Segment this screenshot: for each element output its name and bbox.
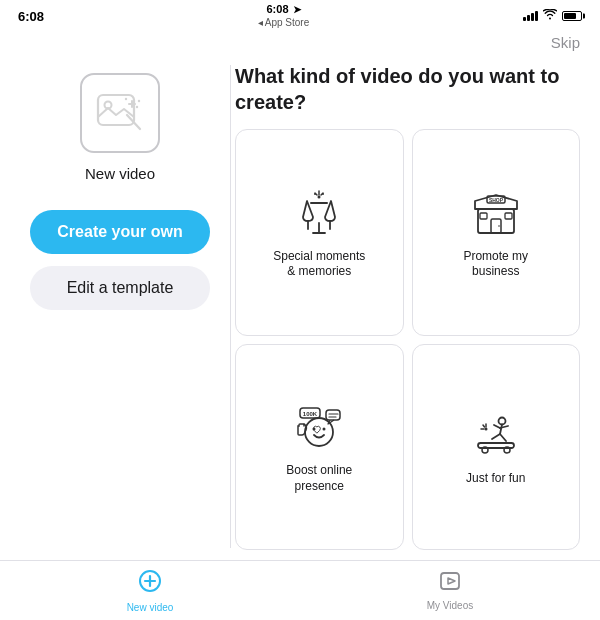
battery-icon — [562, 11, 582, 21]
my-videos-tab-icon — [439, 570, 461, 597]
tab-new-video[interactable]: New video — [0, 561, 300, 620]
svg-point-23 — [498, 225, 500, 227]
back-arrow-icon: ◂ — [258, 17, 263, 29]
wifi-icon — [543, 9, 557, 23]
svg-line-39 — [500, 424, 502, 434]
category-promote-business[interactable]: SHOP Promote mybusiness — [412, 129, 581, 336]
svg-line-42 — [492, 434, 500, 439]
category-grid: Special moments& memories SHOP — [235, 129, 580, 550]
tab-bar: New video My Videos — [0, 560, 600, 620]
skip-row: Skip — [0, 28, 600, 53]
boost-presence-icon: 100K — [291, 399, 347, 455]
location-arrow-icon: ➤ — [293, 4, 301, 16]
just-for-fun-label: Just for fun — [466, 471, 525, 487]
category-just-for-fun[interactable]: Just for fun — [412, 344, 581, 551]
svg-rect-0 — [98, 95, 134, 125]
boost-presence-label: Boost onlinepresence — [286, 463, 352, 494]
svg-line-43 — [500, 434, 506, 441]
right-panel: What kind of video do you want to create… — [231, 53, 590, 560]
category-boost-presence[interactable]: 100K Boost onlinepresence — [235, 344, 404, 551]
svg-rect-51 — [441, 573, 459, 589]
svg-point-13 — [318, 195, 321, 198]
status-center-top: 6:08 ➤ — [266, 3, 300, 16]
my-videos-tab-label: My Videos — [427, 600, 474, 611]
svg-rect-25 — [505, 213, 512, 219]
right-panel-title: What kind of video do you want to create… — [235, 63, 580, 115]
svg-point-7 — [138, 100, 140, 102]
special-moments-icon — [291, 185, 347, 241]
status-bar: 6:08 6:08 ➤ ◂ App Store — [0, 0, 600, 28]
appstore-text: App Store — [265, 17, 309, 29]
new-video-label: New video — [85, 165, 155, 182]
create-own-button[interactable]: Create your own — [30, 210, 210, 254]
signal-bars-icon — [523, 11, 538, 21]
svg-point-28 — [323, 428, 326, 431]
svg-text:SHOP: SHOP — [489, 197, 504, 203]
svg-rect-24 — [480, 213, 487, 219]
svg-line-40 — [494, 425, 500, 428]
special-moments-label: Special moments& memories — [273, 249, 365, 280]
left-panel: New video Create your own Edit a templat… — [10, 53, 230, 560]
svg-point-38 — [498, 417, 505, 424]
new-video-tab-label: New video — [127, 602, 174, 613]
svg-text:100K: 100K — [303, 411, 318, 417]
promote-business-icon: SHOP — [468, 185, 524, 241]
main-content: New video Create your own Edit a templat… — [0, 53, 600, 560]
new-video-icon-box — [80, 73, 160, 153]
svg-marker-52 — [448, 578, 455, 584]
svg-point-44 — [484, 427, 487, 430]
skip-button[interactable]: Skip — [551, 32, 580, 53]
edit-template-button[interactable]: Edit a template — [30, 266, 210, 310]
appstore-label: ◂ App Store — [258, 17, 309, 29]
svg-rect-32 — [326, 410, 340, 420]
status-center: 6:08 ➤ ◂ App Store — [258, 3, 309, 28]
svg-line-47 — [483, 425, 485, 427]
promote-business-label: Promote mybusiness — [463, 249, 528, 280]
svg-point-6 — [125, 98, 127, 100]
time-left: 6:08 — [18, 9, 44, 24]
svg-point-5 — [136, 106, 138, 108]
tab-my-videos[interactable]: My Videos — [300, 561, 600, 620]
new-video-tab-icon — [138, 569, 162, 599]
status-icons — [523, 9, 582, 23]
just-for-fun-icon — [468, 407, 524, 463]
status-time-center: 6:08 — [266, 3, 288, 16]
category-special-moments[interactable]: Special moments& memories — [235, 129, 404, 336]
